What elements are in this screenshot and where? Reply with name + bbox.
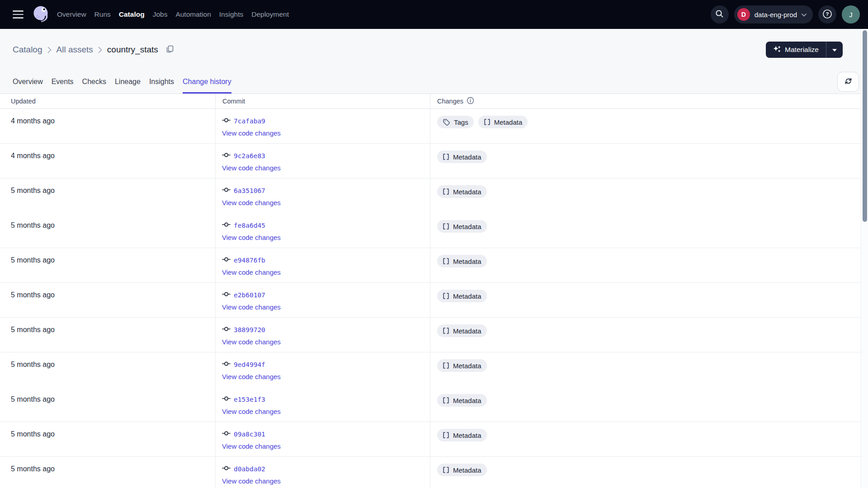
- table-row: 5 months ago e2b60107 View code changes …: [0, 283, 868, 318]
- commit-hash-link[interactable]: 9ed4994f: [234, 361, 265, 368]
- table-row: 4 months ago 7cafaba9 View code changes …: [0, 109, 868, 144]
- nav-item-runs[interactable]: Runs: [94, 8, 111, 21]
- commit-icon: [222, 395, 231, 404]
- scrollbar-thumb[interactable]: [863, 30, 867, 222]
- commit-icon: [222, 221, 231, 230]
- view-code-changes-link[interactable]: View code changes: [222, 268, 281, 276]
- refresh-button[interactable]: [837, 72, 859, 92]
- row-changes: Metadata: [430, 422, 868, 456]
- commit-icon: [222, 325, 231, 334]
- commit-hash-link[interactable]: 9c2a6e83: [234, 152, 265, 160]
- brackets-icon: [443, 223, 449, 230]
- row-updated: 5 months ago: [0, 178, 216, 213]
- row-updated: 5 months ago: [0, 422, 216, 456]
- view-code-changes-link[interactable]: View code changes: [222, 234, 281, 241]
- metadata-chip: Metadata: [437, 220, 487, 233]
- row-updated: 5 months ago: [0, 457, 216, 488]
- metadata-chip: Metadata: [437, 464, 487, 476]
- commit-icon: [222, 117, 231, 126]
- commit-hash-link[interactable]: e94876fb: [234, 257, 265, 264]
- info-icon[interactable]: [467, 97, 474, 106]
- row-changes: Metadata: [430, 213, 868, 248]
- breadcrumb-catalog[interactable]: Catalog: [13, 45, 42, 55]
- view-code-changes-link[interactable]: View code changes: [222, 164, 281, 172]
- materialize-button[interactable]: Materialize: [766, 42, 826, 58]
- brackets-icon: [443, 327, 449, 334]
- view-code-changes-link[interactable]: View code changes: [222, 442, 281, 450]
- row-changes: Metadata: [430, 318, 868, 352]
- tags-chip: Tags: [437, 116, 474, 128]
- asset-tabs: Overview Events Checks Lineage Insights …: [0, 70, 868, 94]
- nav-item-automation[interactable]: Automation: [175, 8, 211, 21]
- view-code-changes-link[interactable]: View code changes: [222, 373, 281, 380]
- search-button[interactable]: [711, 5, 729, 23]
- brackets-icon: [443, 258, 449, 265]
- row-changes: Metadata: [430, 283, 868, 317]
- view-code-changes-link[interactable]: View code changes: [222, 338, 281, 346]
- row-changes: Metadata: [430, 352, 868, 387]
- row-updated: 5 months ago: [0, 318, 216, 352]
- commit-icon: [222, 360, 231, 369]
- row-changes: Metadata: [430, 248, 868, 282]
- row-changes: Metadata: [430, 178, 868, 213]
- brackets-icon: [443, 432, 449, 439]
- commit-hash-link[interactable]: 7cafaba9: [234, 117, 265, 125]
- view-code-changes-link[interactable]: View code changes: [222, 477, 281, 485]
- materialize-options-button[interactable]: [826, 42, 843, 58]
- help-button[interactable]: ?: [818, 5, 836, 23]
- commit-icon: [222, 291, 231, 300]
- metadata-chip: Metadata: [478, 116, 528, 128]
- deployment-switcher[interactable]: D data-eng-prod: [734, 5, 813, 23]
- chevron-right-icon: [98, 47, 102, 53]
- row-changes: Tags Metadata: [430, 109, 868, 143]
- table-row: 5 months ago 38899720 View code changes …: [0, 318, 868, 352]
- sparkle-icon: [773, 45, 781, 55]
- brackets-icon: [443, 466, 449, 474]
- commit-hash-link[interactable]: fe8a6d45: [234, 222, 265, 229]
- row-updated: 5 months ago: [0, 352, 216, 387]
- chevron-right-icon: [47, 47, 52, 53]
- table-row: 5 months ago 6a351067 View code changes …: [0, 178, 868, 213]
- commit-hash-link[interactable]: e2b60107: [234, 291, 265, 299]
- nav-item-jobs[interactable]: Jobs: [153, 8, 168, 21]
- column-header-commit: Commit: [216, 94, 430, 108]
- dagster-logo[interactable]: [31, 5, 51, 24]
- hamburger-icon[interactable]: [13, 10, 24, 19]
- view-code-changes-link[interactable]: View code changes: [222, 199, 281, 206]
- metadata-chip: Metadata: [437, 359, 487, 372]
- tab-overview[interactable]: Overview: [13, 70, 43, 94]
- view-code-changes-link[interactable]: View code changes: [222, 129, 281, 137]
- copy-asset-name-button[interactable]: [165, 45, 174, 55]
- metadata-chip: Metadata: [437, 150, 487, 163]
- commit-hash-link[interactable]: 38899720: [234, 326, 265, 333]
- breadcrumb-all-assets[interactable]: All assets: [57, 45, 93, 55]
- view-code-changes-link[interactable]: View code changes: [222, 303, 281, 311]
- tab-events[interactable]: Events: [52, 70, 74, 94]
- view-code-changes-link[interactable]: View code changes: [222, 408, 281, 415]
- nav-item-insights[interactable]: Insights: [219, 8, 243, 21]
- commit-hash-link[interactable]: e153e1f3: [234, 396, 265, 403]
- brackets-icon: [484, 118, 491, 126]
- commit-hash-link[interactable]: d0abda02: [234, 465, 265, 473]
- table-header: Updated Commit Changes: [0, 94, 868, 109]
- nav-item-catalog[interactable]: Catalog: [119, 8, 145, 21]
- commit-icon: [222, 430, 231, 439]
- row-updated: 5 months ago: [0, 283, 216, 317]
- tab-lineage[interactable]: Lineage: [115, 70, 141, 94]
- scrollbar-track[interactable]: [861, 29, 868, 488]
- commit-hash-link[interactable]: 09a8c301: [234, 431, 265, 438]
- user-avatar[interactable]: J: [842, 5, 860, 23]
- tab-change-history[interactable]: Change history: [183, 70, 231, 94]
- tab-insights[interactable]: Insights: [149, 70, 174, 94]
- table-row: 5 months ago d0abda02 View code changes …: [0, 457, 868, 488]
- tab-checks[interactable]: Checks: [82, 70, 106, 94]
- brackets-icon: [443, 397, 449, 404]
- materialize-label: Materialize: [785, 46, 819, 54]
- metadata-chip: Metadata: [437, 394, 487, 407]
- nav-item-overview[interactable]: Overview: [57, 8, 86, 21]
- commit-hash-link[interactable]: 6a351067: [234, 187, 265, 194]
- row-updated: 5 months ago: [0, 213, 216, 248]
- nav-item-deployment[interactable]: Deployment: [251, 8, 289, 21]
- tag-icon: [443, 118, 450, 126]
- table-row: 5 months ago e153e1f3 View code changes …: [0, 387, 868, 422]
